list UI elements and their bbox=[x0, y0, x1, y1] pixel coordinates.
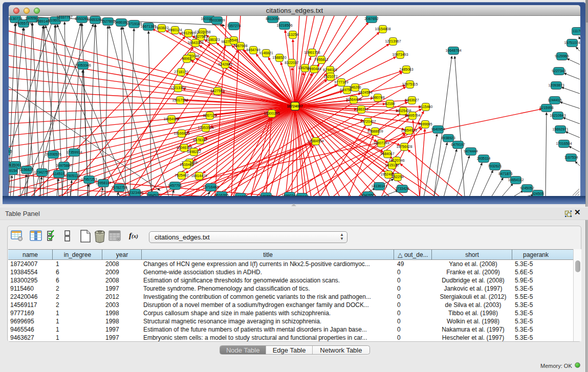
svg-text:9457791: 9457791 bbox=[168, 184, 182, 187]
svg-text:9242845: 9242845 bbox=[218, 62, 232, 66]
svg-text:16495794: 16495794 bbox=[404, 114, 420, 117]
svg-text:5546: 5546 bbox=[230, 38, 238, 42]
svg-text:3624554: 3624554 bbox=[358, 91, 372, 94]
svg-text:8990448: 8990448 bbox=[307, 67, 321, 71]
svg-text:7932621: 7932621 bbox=[488, 164, 502, 168]
svg-text:30975887: 30975887 bbox=[56, 164, 72, 167]
svg-text:8427552: 8427552 bbox=[210, 89, 224, 93]
svg-text:8912955: 8912955 bbox=[181, 31, 195, 35]
svg-text:12505135: 12505135 bbox=[64, 174, 80, 178]
svg-text:12213369: 12213369 bbox=[170, 86, 186, 90]
svg-text:9684067: 9684067 bbox=[380, 152, 394, 156]
svg-text:1588520: 1588520 bbox=[272, 56, 286, 59]
svg-text:2087652: 2087652 bbox=[364, 17, 378, 20]
svg-text:9463627: 9463627 bbox=[405, 98, 419, 102]
svg-text:7625402: 7625402 bbox=[175, 173, 188, 177]
svg-text:9146821: 9146821 bbox=[259, 51, 273, 55]
svg-text:8322037: 8322037 bbox=[285, 61, 298, 64]
svg-text:2718170: 2718170 bbox=[174, 70, 188, 74]
svg-text:62160: 62160 bbox=[385, 102, 395, 105]
svg-text:9115460: 9115460 bbox=[419, 105, 433, 108]
svg-text:15720407: 15720407 bbox=[360, 120, 376, 123]
svg-text:8186323: 8186323 bbox=[206, 38, 220, 41]
svg-text:1615132: 1615132 bbox=[385, 163, 399, 167]
svg-text:16914479: 16914479 bbox=[191, 174, 207, 178]
svg-text:18724007: 18724007 bbox=[287, 104, 302, 108]
svg-text:11170: 11170 bbox=[573, 29, 580, 33]
svg-text:10337797: 10337797 bbox=[56, 16, 72, 19]
svg-text:8938923: 8938923 bbox=[441, 136, 455, 140]
svg-text:12323466: 12323466 bbox=[127, 191, 143, 194]
svg-text:7663822: 7663822 bbox=[155, 26, 168, 30]
svg-text:15692971: 15692971 bbox=[552, 127, 568, 131]
svg-text:252254: 252254 bbox=[391, 175, 403, 179]
svg-text:1733426: 1733426 bbox=[395, 187, 409, 190]
svg-text:2626615: 2626615 bbox=[9, 149, 12, 153]
svg-text:8960124: 8960124 bbox=[168, 28, 182, 32]
svg-text:10958117: 10958117 bbox=[96, 181, 112, 185]
svg-text:435061: 435061 bbox=[9, 163, 21, 167]
svg-text:10648784: 10648784 bbox=[445, 49, 461, 52]
svg-text:9227343: 9227343 bbox=[552, 69, 565, 73]
svg-text:16210643: 16210643 bbox=[550, 114, 565, 117]
svg-text:19654985: 19654985 bbox=[163, 117, 179, 121]
svg-text:7955812: 7955812 bbox=[314, 58, 328, 61]
svg-text:18807249: 18807249 bbox=[373, 141, 389, 145]
svg-text:8215958: 8215958 bbox=[539, 106, 553, 110]
svg-text:18300295: 18300295 bbox=[264, 112, 279, 115]
svg-text:19654923: 19654923 bbox=[401, 128, 417, 132]
svg-text:113254: 113254 bbox=[287, 33, 299, 36]
svg-text:8454749: 8454749 bbox=[246, 48, 260, 52]
svg-text:10154808: 10154808 bbox=[375, 27, 390, 31]
svg-text:12213967: 12213967 bbox=[385, 39, 401, 43]
svg-text:39154: 39154 bbox=[9, 169, 17, 172]
svg-text:12342757: 12342757 bbox=[34, 170, 50, 174]
svg-text:19166825: 19166825 bbox=[173, 132, 189, 135]
svg-text:1984521: 1984521 bbox=[146, 193, 160, 196]
svg-text:17957253: 17957253 bbox=[81, 178, 97, 181]
svg-text:7158552: 7158552 bbox=[259, 194, 273, 196]
svg-text:16543362: 16543362 bbox=[187, 41, 203, 45]
svg-text:19756928: 19756928 bbox=[396, 145, 412, 148]
svg-text:17359934: 17359934 bbox=[66, 150, 82, 154]
svg-text:10688609: 10688609 bbox=[367, 129, 383, 133]
svg-text:9699695: 9699695 bbox=[418, 122, 432, 126]
svg-text:12975115: 12975115 bbox=[402, 82, 418, 86]
svg-text:9777169: 9777169 bbox=[334, 80, 348, 84]
svg-text:15716485: 15716485 bbox=[203, 185, 219, 189]
svg-text:20053346: 20053346 bbox=[75, 63, 91, 67]
svg-text:14136141: 14136141 bbox=[371, 184, 387, 188]
svg-text:15017554: 15017554 bbox=[172, 98, 188, 102]
svg-text:1616448: 1616448 bbox=[180, 163, 193, 166]
svg-text:8813054: 8813054 bbox=[266, 17, 279, 20]
svg-text:1080748: 1080748 bbox=[371, 96, 384, 99]
svg-text:114519: 114519 bbox=[53, 172, 65, 176]
svg-text:20206576: 20206576 bbox=[45, 152, 61, 156]
svg-text:924505: 924505 bbox=[532, 192, 543, 195]
svg-text:1640954: 1640954 bbox=[431, 127, 445, 131]
svg-text:1699034: 1699034 bbox=[233, 195, 247, 196]
svg-text:12093873: 12093873 bbox=[548, 83, 564, 87]
svg-text:9474444: 9474444 bbox=[464, 149, 477, 153]
svg-text:10654112: 10654112 bbox=[508, 178, 524, 182]
svg-text:21564436: 21564436 bbox=[345, 98, 361, 101]
svg-text:10033809: 10033809 bbox=[209, 18, 225, 22]
svg-text:16671385: 16671385 bbox=[140, 25, 156, 28]
svg-text:1167534: 1167534 bbox=[564, 156, 578, 159]
svg-text:1244415: 1244415 bbox=[548, 98, 561, 102]
svg-text:2867608: 2867608 bbox=[233, 44, 247, 48]
svg-text:8471876: 8471876 bbox=[498, 172, 512, 176]
svg-text:1621072: 1621072 bbox=[323, 75, 337, 78]
svg-text:6794028: 6794028 bbox=[323, 68, 337, 72]
svg-text:7386372: 7386372 bbox=[354, 107, 368, 111]
svg-text:17016504: 17016504 bbox=[556, 142, 572, 145]
svg-text:7485063: 7485063 bbox=[399, 68, 413, 71]
svg-text:5498222: 5498222 bbox=[187, 150, 201, 154]
svg-text:16782759: 16782759 bbox=[111, 186, 127, 189]
svg-text:10719185: 10719185 bbox=[126, 22, 142, 26]
svg-text:1156829: 1156829 bbox=[20, 168, 34, 171]
svg-text:8578332: 8578332 bbox=[193, 138, 207, 142]
svg-text:15751074: 15751074 bbox=[564, 41, 580, 45]
svg-text:10961758: 10961758 bbox=[304, 51, 320, 54]
svg-text:19384554: 19384554 bbox=[308, 139, 323, 143]
